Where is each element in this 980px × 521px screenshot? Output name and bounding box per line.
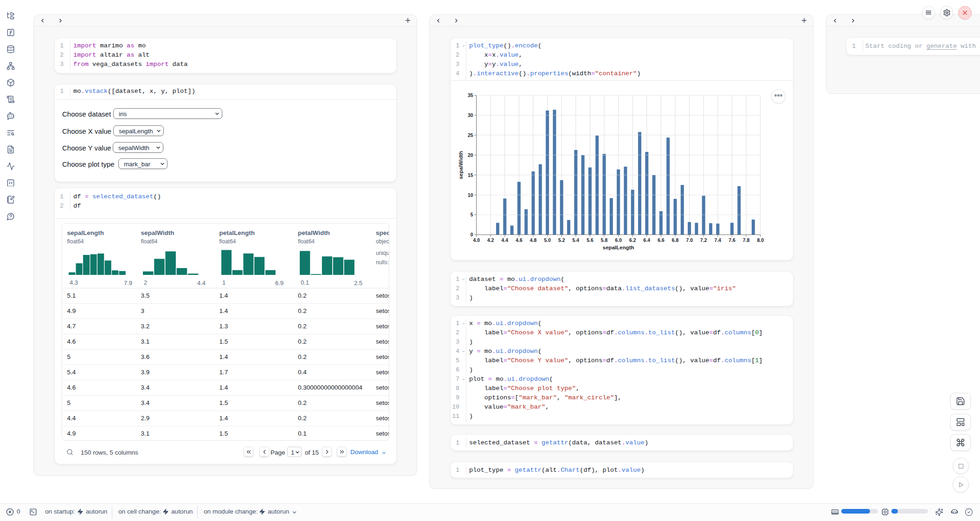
svg-text:6.2: 6.2 (629, 237, 636, 243)
svg-text:5.8: 5.8 (601, 237, 608, 243)
svg-text:5.6: 5.6 (587, 237, 593, 243)
svg-text:10: 10 (468, 192, 473, 198)
svg-text:4.0: 4.0 (473, 237, 480, 243)
svg-text:6.6: 6.6 (658, 237, 664, 243)
svg-text:4.2: 4.2 (487, 237, 494, 243)
svg-text:30: 30 (468, 112, 473, 118)
svg-text:7.0: 7.0 (686, 237, 693, 243)
svg-text:7.6: 7.6 (729, 237, 735, 243)
svg-text:0: 0 (471, 232, 473, 237)
svg-text:sepalLength: sepalLength (603, 245, 634, 250)
svg-text:5.4: 5.4 (573, 237, 580, 243)
svg-text:7.2: 7.2 (700, 237, 707, 243)
svg-text:4.6: 4.6 (516, 237, 522, 243)
svg-text:25: 25 (468, 132, 473, 138)
svg-text:7.8: 7.8 (743, 237, 750, 243)
svg-text:4.4: 4.4 (502, 237, 509, 243)
svg-text:5.2: 5.2 (558, 237, 565, 243)
svg-text:15: 15 (468, 172, 473, 178)
svg-text:35: 35 (468, 92, 473, 98)
svg-text:4.8: 4.8 (530, 237, 537, 243)
svg-text:6.0: 6.0 (615, 237, 622, 243)
svg-text:6.8: 6.8 (672, 237, 679, 243)
svg-text:5: 5 (471, 212, 473, 217)
svg-text:8.0: 8.0 (757, 237, 764, 243)
svg-text:sepalWidth: sepalWidth (458, 151, 464, 179)
svg-text:6.4: 6.4 (644, 237, 651, 243)
svg-text:20: 20 (468, 152, 473, 158)
svg-text:5.0: 5.0 (544, 237, 551, 243)
svg-text:7.4: 7.4 (715, 237, 722, 243)
